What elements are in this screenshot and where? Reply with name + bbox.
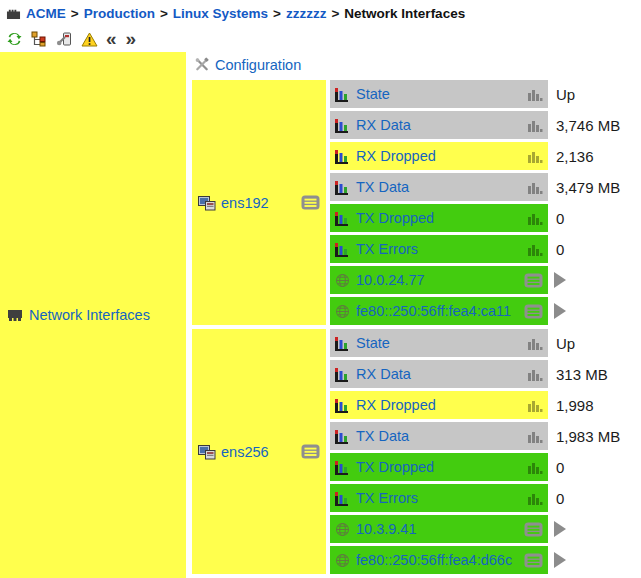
breadcrumb-separator: > [273,6,281,21]
toolbar: « » [0,26,641,52]
breadcrumb-current: Network Interfaces [344,6,465,21]
channel-row[interactable]: RX Dropped [330,142,548,170]
ip-row[interactable]: fe80::250:56ff:fea4:ca11 [330,297,548,325]
mini-graph-icon[interactable] [528,399,543,412]
mini-graph-icon[interactable] [528,150,543,163]
channel-link[interactable]: TX Dropped [356,459,434,475]
bar-chart-icon [335,429,350,444]
mini-graph-icon[interactable] [528,368,543,381]
breadcrumb-link-subgroup[interactable]: Linux Systems [173,6,268,21]
expand-arrow-icon[interactable] [554,303,566,319]
bar-chart-icon [335,460,350,475]
interface-cell-ens256[interactable]: ens256 [192,329,326,574]
page-right-icon[interactable]: » [125,30,138,48]
mini-graph-icon[interactable] [528,181,543,194]
breadcrumb-link-group[interactable]: ACME [26,6,66,21]
channel-rows: StateRX DataRX DroppedTX DataTX DroppedT… [330,80,548,325]
interface-cell-ens192[interactable]: ens192 [192,80,326,325]
channel-row[interactable]: RX Data [330,360,548,388]
channel-link[interactable]: TX Errors [356,490,418,506]
sensor-cell-network-interfaces[interactable]: Network Interfaces [0,52,186,578]
device-icon [198,444,216,460]
channel-row[interactable]: State [330,329,548,357]
configuration-link[interactable]: Configuration [215,57,301,73]
mini-graph-icon[interactable] [528,337,543,350]
device-tree-icon[interactable] [30,30,48,48]
mini-graph-icon[interactable] [528,243,543,256]
bar-chart-icon [335,491,350,506]
globe-icon [335,522,350,537]
mini-graph-icon[interactable] [528,492,543,505]
expand-cell [548,546,641,574]
expand-cell [548,266,641,294]
ip-address-link[interactable]: 10.0.24.77 [356,272,425,288]
page-left-icon[interactable]: « [105,30,118,48]
channel-link[interactable]: TX Errors [356,241,418,257]
configuration-row: Configuration [192,52,641,77]
context-menu-icon[interactable] [524,522,543,537]
channel-row[interactable]: TX Dropped [330,204,548,232]
mini-graph-icon[interactable] [528,212,543,225]
channel-link[interactable]: RX Data [356,366,411,382]
breadcrumb-link-probe[interactable]: Production [84,6,155,21]
channel-values: Up313 MB1,9981,983 MB00 [548,329,641,574]
ip-row[interactable]: 10.3.9.41 [330,515,548,543]
channel-values: Up3,746 MB2,1363,479 MB00 [548,80,641,325]
breadcrumb-separator: > [71,6,79,21]
channel-link[interactable]: State [356,86,390,102]
ip-row[interactable]: fe80::250:56ff:fea4:d66c [330,546,548,574]
channel-link[interactable]: TX Data [356,179,409,195]
expand-arrow-icon[interactable] [554,272,566,288]
expand-arrow-icon[interactable] [554,552,566,568]
channel-row[interactable]: RX Dropped [330,391,548,419]
breadcrumb-link-device[interactable]: zzzzzz [286,6,327,21]
channel-link[interactable]: RX Data [356,117,411,133]
channel-row[interactable]: State [330,80,548,108]
context-menu-icon[interactable] [524,304,543,319]
device-icon [198,195,216,211]
mini-graph-icon[interactable] [528,119,543,132]
refresh-icon[interactable] [5,30,23,48]
channel-link[interactable]: RX Dropped [356,397,436,413]
channel-value: 3,746 MB [548,111,641,139]
device-tools-icon[interactable] [55,30,73,48]
channel-row[interactable]: RX Data [330,111,548,139]
warning-icon[interactable] [80,30,98,48]
mini-graph-icon[interactable] [528,88,543,101]
channel-row[interactable]: TX Errors [330,235,548,263]
tools-icon [194,57,210,72]
ip-address-link[interactable]: 10.3.9.41 [356,521,416,537]
channel-value: Up [548,80,641,108]
ip-row[interactable]: 10.0.24.77 [330,266,548,294]
channel-value: Up [548,329,641,357]
breadcrumb-separator: > [160,6,168,21]
ip-address-link[interactable]: fe80::250:56ff:fea4:d66c [356,552,512,568]
details-region: Configuration ens192StateRX DataRX Dropp… [192,52,641,578]
context-menu-icon[interactable] [301,195,320,210]
channel-row[interactable]: TX Errors [330,484,548,512]
channel-row[interactable]: TX Data [330,422,548,450]
breadcrumb-separator: > [331,6,339,21]
bar-chart-icon [335,118,350,133]
interface-link[interactable]: ens256 [221,444,269,460]
bar-chart-icon [335,180,350,195]
context-menu-icon[interactable] [524,273,543,288]
channel-value: 0 [548,204,641,232]
mini-graph-icon[interactable] [528,461,543,474]
mini-graph-icon[interactable] [528,430,543,443]
sensor-link[interactable]: Network Interfaces [29,307,150,323]
ip-address-link[interactable]: fe80::250:56ff:fea4:ca11 [356,303,511,319]
channel-link[interactable]: State [356,335,390,351]
interface-link[interactable]: ens192 [221,195,269,211]
context-menu-icon[interactable] [301,444,320,459]
app-window: ACME > Production > Linux Systems > zzzz… [0,0,641,578]
bar-chart-icon [335,336,350,351]
context-menu-icon[interactable] [524,553,543,568]
channel-row[interactable]: TX Dropped [330,453,548,481]
channel-link[interactable]: TX Dropped [356,210,434,226]
channel-value: 0 [548,484,641,512]
channel-row[interactable]: TX Data [330,173,548,201]
channel-link[interactable]: TX Data [356,428,409,444]
channel-link[interactable]: RX Dropped [356,148,436,164]
expand-arrow-icon[interactable] [554,521,566,537]
